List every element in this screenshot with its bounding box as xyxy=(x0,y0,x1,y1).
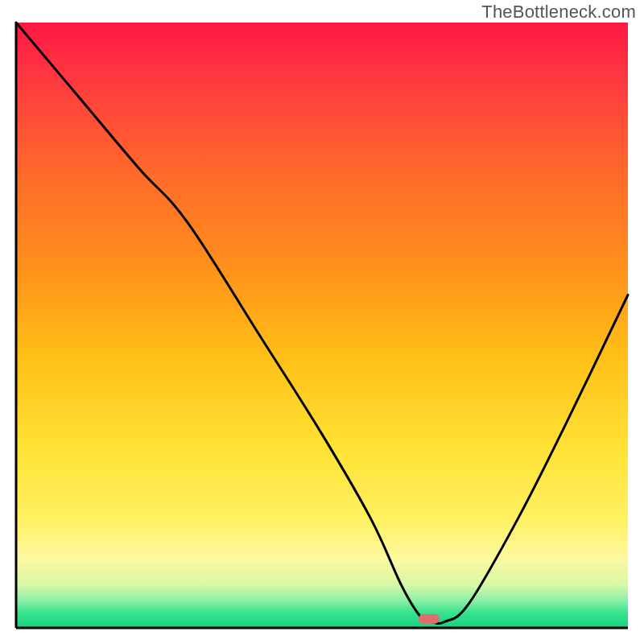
plot-background xyxy=(16,23,628,628)
chart-container: TheBottleneck.com xyxy=(0,0,644,644)
bottleneck-chart xyxy=(0,0,644,644)
valley-marker xyxy=(419,614,440,624)
watermark-text: TheBottleneck.com xyxy=(481,2,636,23)
